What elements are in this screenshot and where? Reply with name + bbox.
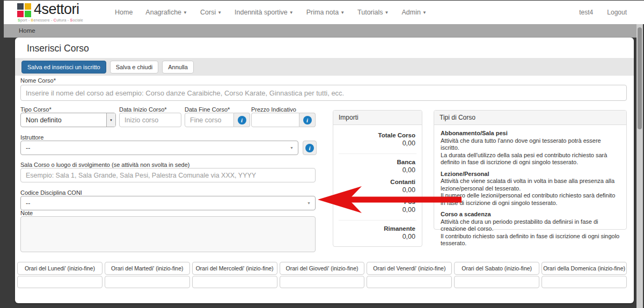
save-and-insert-member-button[interactable]: Salva ed inserisci un iscritto <box>21 61 106 74</box>
nav-item-indennita-sportive[interactable]: Indennità sportive▼ <box>235 9 294 16</box>
section-heading: Abbonamento/Sala pesi <box>441 130 620 137</box>
pos-value: 0,00 <box>340 206 415 214</box>
tipi-di-corso-panel-title: Tipi di Corso <box>434 111 626 125</box>
codice-disciplina-coni-select[interactable]: -- ▼ <box>20 196 316 210</box>
schedule-day-header: Orari della Domenica (inizio-fine) <box>541 262 627 275</box>
brand-logo-squares-icon <box>17 3 31 17</box>
importi-panel: Importi Totale Corso 0,00 Banca 0,00 Con… <box>333 110 422 247</box>
data-fine-info-addon[interactable]: i <box>234 113 250 127</box>
chevron-down-icon: ▼ <box>307 201 315 205</box>
scrollbar-thumb[interactable] <box>638 27 642 129</box>
chevron-down-icon: ▼ <box>290 146 298 150</box>
schedule-day-header: Orari del Mercoledi' (inizio-fine) <box>192 262 277 275</box>
pos-label: Pos <box>340 199 415 205</box>
data-fine-label: Data Fine Corso* <box>185 106 230 113</box>
schedule-day-header: Orari del Giovedi' (inizio-fine) <box>280 262 365 275</box>
chevron-down-icon: ▼ <box>340 10 345 15</box>
page-title: Inserisci Corso <box>27 43 89 54</box>
content-card: Inserisci Corso Salva ed inserisci un is… <box>15 38 634 303</box>
main-nav: Home Anagrafiche▼ Corsi▼ Indennità sport… <box>115 9 427 16</box>
section-heading: Lezione/Personal <box>441 171 620 178</box>
nav-item-tutorials[interactable]: Tutorials▼ <box>357 9 389 16</box>
chevron-down-icon: ▼ <box>422 10 427 15</box>
prezzo-label: Prezzo Indicativo <box>251 106 296 113</box>
prezzo-input[interactable] <box>251 113 299 127</box>
nome-corso-input[interactable] <box>20 85 627 101</box>
save-and-close-button[interactable]: Salva e chiudi <box>110 61 159 74</box>
app-screen: 4settori Sport - Benessere - Cultura - S… <box>0 0 644 308</box>
divider <box>339 220 416 221</box>
schedule-day-input[interactable] <box>367 276 452 288</box>
schedule-day-thursday: Orari del Giovedi' (inizio-fine) <box>280 262 365 288</box>
nav-right: test4 Logout <box>579 9 627 16</box>
data-fine-input[interactable] <box>185 113 234 127</box>
contanti-value: 0,00 <box>340 186 415 194</box>
section-line: Il contributo richiesto sarà definito in… <box>441 233 620 247</box>
codice-coni-selected-value: -- <box>21 200 307 207</box>
brand-name: 4settori <box>34 1 79 18</box>
sala-corso-input[interactable] <box>20 168 316 182</box>
breadcrumb[interactable]: Home <box>19 27 35 34</box>
section-line: La durata dell'utilizzo della sala pesi … <box>441 152 620 166</box>
brand-tagline: Sport - Benessere - Cultura - Sociale <box>18 18 83 22</box>
nav-item-prima-nota[interactable]: Prima nota▼ <box>306 9 345 16</box>
schedule-day-wednesday: Orari del Mercoledi' (inizio-fine) <box>192 262 277 288</box>
top-navbar: 4settori Sport - Benessere - Cultura - S… <box>4 0 644 24</box>
section-line: Attività che viene scalata di volta in v… <box>441 178 620 192</box>
tipo-corso-select[interactable]: Non definito ▼ <box>20 113 116 127</box>
banca-value: 0,00 <box>340 166 415 174</box>
schedule-day-input[interactable] <box>280 276 365 288</box>
select-arrow-icon: ▼ <box>106 113 115 127</box>
codice-disciplina-coni-label: Codice Disciplina CONI <box>20 189 82 196</box>
nome-corso-label: Nome Corso* <box>20 77 56 84</box>
schedule-day-header: Orari del Sabato (inizio-fine) <box>454 262 539 275</box>
contanti-label: Contanti <box>340 179 415 185</box>
info-icon: i <box>238 116 246 124</box>
schedule-day-input[interactable] <box>192 276 277 288</box>
schedule-day-input[interactable] <box>105 276 190 288</box>
prezzo-info-addon[interactable]: i <box>299 113 316 127</box>
tipo-corso-label: Tipo Corso* <box>20 106 52 113</box>
logo-square-dark <box>17 3 24 10</box>
chevron-down-icon: ▼ <box>183 10 187 15</box>
action-toolbar: Salva ed inserisci un iscritto Salva e c… <box>15 58 634 76</box>
schedule-day-header: Orari del Venerdi' (inizio-fine) <box>367 262 452 275</box>
logo-square-red <box>17 11 24 17</box>
info-icon: i <box>303 116 312 124</box>
sala-corso-label: Sala Corso o luogo di svolgimento (se at… <box>20 162 190 168</box>
logged-in-user: test4 <box>579 9 593 16</box>
schedule-day-input[interactable] <box>541 276 627 288</box>
data-inizio-input[interactable] <box>119 113 181 127</box>
tipi-di-corso-panel: Tipi di Corso Abbonamento/Sala pesi Atti… <box>434 110 627 230</box>
vertical-scrollbar[interactable] <box>636 24 643 308</box>
chevron-down-icon: ▼ <box>217 10 222 15</box>
banca-label: Banca <box>340 159 415 165</box>
nav-item-home[interactable]: Home <box>115 9 133 16</box>
importi-panel-title: Importi <box>333 111 422 125</box>
logo-square-green <box>25 11 31 17</box>
totale-corso-value: 0,00 <box>340 140 415 147</box>
divider <box>339 153 416 154</box>
schedule-day-sunday: Orari della Domenica (inizio-fine) <box>541 262 627 288</box>
istruttore-selected-value: -- <box>21 144 290 152</box>
tipo-lezione-section: Lezione/Personal Attività che viene scal… <box>441 171 620 207</box>
note-label: Note <box>20 210 33 216</box>
note-textarea[interactable] <box>20 216 316 252</box>
istruttore-info-addon[interactable]: i <box>303 141 317 155</box>
info-icon: i <box>305 144 314 152</box>
importi-panel-body: Totale Corso 0,00 Banca 0,00 Contanti 0,… <box>333 125 422 240</box>
schedule-day-input[interactable] <box>17 276 103 288</box>
nav-item-corsi[interactable]: Corsi▼ <box>200 9 222 16</box>
nav-item-anagrafiche[interactable]: Anagrafiche▼ <box>145 9 187 16</box>
schedule-day-header: Orari del Lunedi' (inizio-fine) <box>17 262 103 275</box>
nav-item-admin[interactable]: Admin▼ <box>401 9 426 16</box>
logo-square-yellow <box>25 3 31 10</box>
schedule-day-input[interactable] <box>454 276 539 288</box>
cancel-button[interactable]: Annulla <box>162 61 194 74</box>
istruttore-select[interactable]: -- ▼ <box>20 141 298 155</box>
logout-link[interactable]: Logout <box>607 9 627 16</box>
section-heading: Corso a scadenza <box>441 211 620 218</box>
schedule-day-friday: Orari del Venerdi' (inizio-fine) <box>367 262 452 288</box>
brand-logo[interactable]: 4settori Sport - Benessere - Cultura - S… <box>17 1 98 25</box>
rimanente-value: 0,00 <box>340 233 415 240</box>
